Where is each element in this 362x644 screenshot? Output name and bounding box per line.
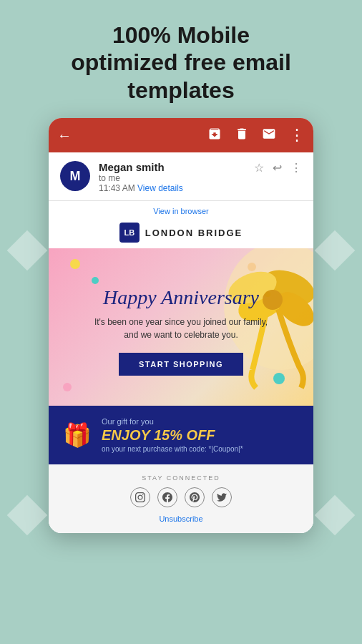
view-details-link[interactable]: View details xyxy=(137,183,183,193)
hero-subtitle: It's been one year since you joined our … xyxy=(63,316,299,341)
email-meta: Megan smith to me 11:43 AM View details xyxy=(99,161,245,193)
view-in-browser-link[interactable]: View in browser xyxy=(49,201,313,218)
unsubscribe-link[interactable]: Unsubscribe xyxy=(49,514,313,523)
timestamp: 11:43 AM View details xyxy=(99,183,245,193)
reply-icon[interactable]: ↩ xyxy=(273,161,282,175)
diamond-decoration xyxy=(7,495,48,536)
email-body: View in browser LB LONDON BRIDGE xyxy=(49,201,313,533)
enjoy-offer-label: ENJOY 15% OFF xyxy=(102,427,299,444)
sender-name: Megan smith xyxy=(99,161,245,173)
more-options-icon[interactable]: ⋮ xyxy=(290,161,302,175)
logo-icon: LB xyxy=(119,223,140,243)
gift-for-you-label: Our gift for you xyxy=(102,417,299,426)
email-header: M Megan smith to me 11:43 AM View detail… xyxy=(49,152,313,201)
cta-button[interactable]: START SHOPPING xyxy=(119,353,243,376)
social-section: STAY CONNECTED xyxy=(49,464,313,533)
archive-icon[interactable] xyxy=(207,127,222,145)
confetti-dot xyxy=(92,277,99,284)
confetti-dot xyxy=(63,383,72,391)
confetti-dot xyxy=(70,259,80,269)
hero-title: Happy Anniversary xyxy=(63,286,299,310)
back-button[interactable]: ← xyxy=(57,127,72,144)
twitter-icon[interactable] xyxy=(212,487,232,507)
phone-mockup: ← ⋮ M Megan smit xyxy=(49,118,313,533)
diamond-decoration xyxy=(315,230,356,271)
diamond-decoration xyxy=(7,230,48,271)
to-me-label: to me xyxy=(99,173,245,183)
hero-content: Happy Anniversary It's been one year sin… xyxy=(63,286,299,376)
stay-connected-label: STAY CONNECTED xyxy=(49,474,313,482)
page-title: 100% Mobile optimized free email templat… xyxy=(0,0,362,118)
gift-section: 🎁 Our gift for you ENJOY 15% OFF on your… xyxy=(49,406,313,464)
gift-icon: 🎁 xyxy=(63,421,92,449)
social-icons xyxy=(49,487,313,507)
delete-icon[interactable] xyxy=(235,127,249,145)
email-actions: ☆ ↩ ⋮ xyxy=(254,161,302,175)
pinterest-icon[interactable] xyxy=(185,487,205,507)
instagram-icon[interactable] xyxy=(130,487,150,507)
avatar: M xyxy=(60,161,90,191)
gift-text: Our gift for you ENJOY 15% OFF on your n… xyxy=(102,417,299,453)
star-icon[interactable]: ☆ xyxy=(254,161,264,175)
gmail-toolbar: ← ⋮ xyxy=(49,118,313,152)
more-icon[interactable]: ⋮ xyxy=(289,126,305,145)
logo-name: LONDON BRIDGE xyxy=(145,228,243,238)
diamond-decoration xyxy=(315,495,356,536)
hero-section: Happy Anniversary It's been one year sin… xyxy=(49,248,313,406)
facebook-icon[interactable] xyxy=(157,487,177,507)
coupon-label: on your next purchase with code: *|Coupo… xyxy=(102,445,299,453)
mail-icon[interactable] xyxy=(262,127,276,145)
brand-logo: LB LONDON BRIDGE xyxy=(49,218,313,248)
